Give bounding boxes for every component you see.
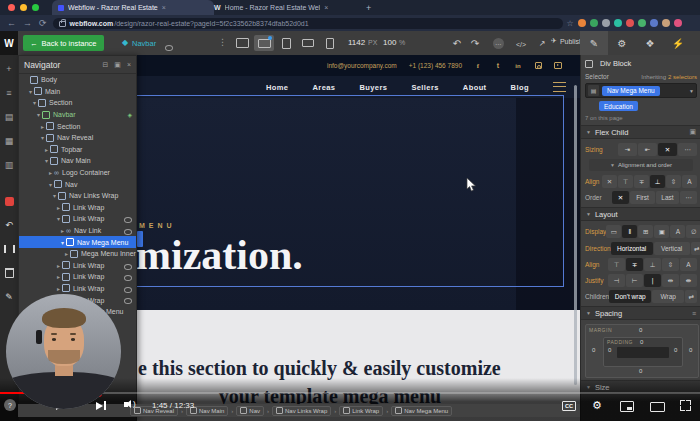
tab-close-icon[interactable]: × [162,4,166,11]
eye-icon[interactable] [124,264,132,270]
sizing-shrink-button[interactable]: ⇥ [618,143,637,156]
settings-panel-tab[interactable]: ⚙ [608,31,636,55]
margin-left-value[interactable]: 0 [592,347,595,353]
webflow-menu-button[interactable]: W [0,31,18,55]
comments-icon[interactable]: ⋯ [489,35,507,51]
align-self-end-button[interactable]: ⊥ [650,175,665,188]
align-self-center-button[interactable]: ∓ [634,175,649,188]
align-center-button[interactable]: ∓ [626,258,643,271]
forward-icon[interactable]: → [23,18,32,28]
tree-item-nav-link[interactable]: ▸∞Nav Link [19,225,136,237]
layout-section-header[interactable]: ▼ Layout [581,207,700,221]
bookmark-star-icon[interactable]: ☆ [567,19,574,28]
spacing-padding-box[interactable]: PADDING 0 0 0 [603,337,683,367]
profile-avatar[interactable] [662,19,670,27]
sizing-grow-button[interactable]: ⇤ [638,143,657,156]
spacing-settings-icon[interactable]: ≡ [692,310,696,317]
children-dont-wrap-button[interactable]: Don't wrap [609,290,651,303]
sizing-custom-button[interactable]: ⋯ [678,143,697,156]
video-volume-button[interactable] [124,402,128,407]
order-last-button[interactable]: Last [656,191,679,204]
eye-icon[interactable] [124,287,132,293]
extension-icon[interactable] [578,19,586,27]
new-tab-button[interactable]: + [366,3,371,13]
picture-in-picture-button[interactable] [620,401,634,412]
align-self-start-button[interactable]: ⊤ [618,175,633,188]
youtube-icon[interactable] [554,62,562,69]
tree-item-topbar[interactable]: ▸Topbar [19,144,136,156]
align-baseline-button[interactable]: A [680,258,697,271]
eye-icon[interactable] [124,229,132,235]
tree-item-navbar[interactable]: ▾Navbar◈ [19,109,136,121]
display-block-button[interactable]: ▭ [606,225,621,238]
extension-icon[interactable] [614,19,622,27]
facebook-icon[interactable]: f [474,62,482,70]
flex-child-section-header[interactable]: ▼ Flex Child ▣ [581,125,700,139]
recording-delete-button[interactable] [0,264,18,282]
nav-link-blog[interactable]: Blog [511,83,529,92]
canvas-scrollbar[interactable] [574,85,577,385]
eye-icon[interactable] [124,298,132,304]
tree-item-link-wrap[interactable]: ▾Link Wrap [19,213,136,225]
tree-item-link-wrap[interactable]: ▸Link Wrap [19,202,136,214]
class-tag-primary[interactable]: Nav Mega Menu [602,86,660,96]
breadcrumb-nav[interactable]: Nav [236,406,264,416]
share-icon[interactable]: ↗ [533,35,551,51]
navigator-dock-icon[interactable]: ▣ [114,61,121,69]
class-tag-secondary[interactable]: Education [599,101,638,111]
padding-right-value[interactable]: 0 [674,347,677,353]
justify-start-button[interactable]: ⊣ [608,274,625,287]
tree-item-mega-menu-inner[interactable]: ▸Mega Menu Inner [19,248,136,260]
tree-item-nav-reveal[interactable]: ▾Nav Reveal [19,132,136,144]
eye-icon[interactable] [124,217,132,223]
breakpoint-tablet-button[interactable] [276,35,296,51]
nav-link-buyers[interactable]: Buyers [359,83,387,92]
nav-link-areas[interactable]: Areas [313,83,336,92]
canvas-width-value[interactable]: 1142 [348,38,365,47]
nav-link-about[interactable]: About [463,83,487,92]
fullscreen-button[interactable] [680,400,691,411]
align-self-auto-button[interactable]: ✕ [602,175,617,188]
extension-icon[interactable] [602,19,610,27]
display-inline-button[interactable]: A [670,225,685,238]
nav-link-home[interactable]: Home [266,83,288,92]
breadcrumb-nav-links-wrap[interactable]: Nav Links Wrap [272,406,331,416]
breakpoint-mobile-button[interactable] [320,35,340,51]
section-settings-icon[interactable]: ▣ [689,128,696,136]
extension-icon[interactable] [650,19,658,27]
padding-top-value[interactable]: 0 [640,339,643,345]
window-close-button[interactable] [8,4,15,11]
justify-between-button[interactable]: ⇹ [662,274,679,287]
tab-close-icon[interactable]: × [324,4,328,11]
order-custom-button[interactable]: ⋯ [680,191,697,204]
inheriting-count-link[interactable]: 2 selectors [668,74,697,80]
interactions-panel-tab[interactable]: ⚡ [664,31,692,55]
site-email-link[interactable]: info@yourcompany.com [327,62,397,69]
tab-webflow-designer[interactable]: Webflow - Razor Real Estate × [52,0,214,15]
undo-icon[interactable]: ↶ [448,35,466,51]
spacing-section-header[interactable]: ▼ Spacing ≡ [581,306,700,320]
back-icon[interactable]: ← [7,18,16,28]
add-elements-icon[interactable]: + [0,60,18,78]
align-start-button[interactable]: ⊤ [608,258,625,271]
record-extension-icon[interactable] [674,19,682,27]
margin-bottom-value[interactable]: 0 [639,368,642,374]
redo-icon[interactable]: ↷ [466,35,484,51]
margin-right-value[interactable]: 0 [689,347,692,353]
tree-item-main[interactable]: ▾Main [19,86,136,98]
justify-end-button[interactable]: ⊢ [626,274,643,287]
children-wrap-button[interactable]: Wrap [652,290,684,303]
tree-item-body[interactable]: Body [19,74,136,86]
display-flex-button[interactable]: ‖ [622,225,637,238]
tree-item-nav-mega-menu-selected[interactable]: ▾Nav Mega Menu [19,236,136,248]
tree-item-section2[interactable]: ▸Section [19,120,136,132]
window-minimize-button[interactable] [20,4,27,11]
window-zoom-button[interactable] [32,4,39,11]
linkedin-icon[interactable]: in [514,63,522,69]
address-field[interactable]: webflow.com/design/razor-real-estate?pag… [53,18,563,29]
tree-item-nav-main[interactable]: ▾Nav Main [19,155,136,167]
breakpoint-desktop-button[interactable] [232,35,252,51]
order-default-button[interactable]: ✕ [612,191,629,204]
direction-vertical-button[interactable]: Vertical [654,242,690,255]
pages-icon[interactable]: ▤ [0,108,18,126]
